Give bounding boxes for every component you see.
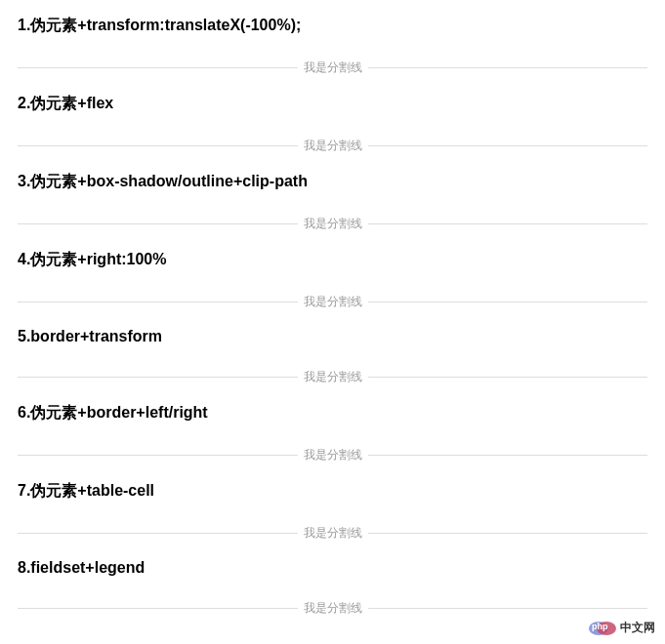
divider-2: 我是分割线 — [18, 138, 647, 154]
section-1: 1.伪元素+transform:translateX(-100%); 我是分割线 — [18, 16, 647, 76]
divider-7: 我是分割线 — [18, 525, 647, 542]
watermark: php 中文网 — [589, 620, 655, 636]
heading-1: 1.伪元素+transform:translateX(-100%); — [18, 16, 647, 36]
divider-label: 我是分割线 — [298, 216, 368, 232]
section-3: 3.伪元素+box-shadow/outline+clip-path 我是分割线 — [18, 172, 647, 232]
watermark-text: 中文网 — [620, 620, 655, 636]
divider-label: 我是分割线 — [298, 294, 368, 310]
section-2: 2.伪元素+flex 我是分割线 — [18, 94, 647, 154]
heading-8: 8.fieldset+legend — [18, 559, 647, 577]
section-8: 8.fieldset+legend 我是分割线 — [18, 559, 647, 617]
heading-7: 7.伪元素+table-cell — [18, 481, 647, 502]
section-6: 6.伪元素+border+left/right 我是分割线 — [18, 403, 647, 463]
divider-6: 我是分割线 — [18, 447, 647, 463]
section-7: 7.伪元素+table-cell 我是分割线 — [18, 481, 647, 542]
heading-3: 3.伪元素+box-shadow/outline+clip-path — [18, 172, 647, 192]
php-logo-icon: php — [589, 621, 616, 636]
section-4: 4.伪元素+right:100% 我是分割线 — [18, 250, 647, 310]
divider-5: 我是分割线 — [18, 369, 647, 385]
divider-label: 我是分割线 — [298, 447, 368, 463]
divider-label: 我是分割线 — [298, 600, 368, 617]
divider-label: 我是分割线 — [298, 525, 368, 542]
divider-4: 我是分割线 — [18, 294, 647, 310]
divider-8: 我是分割线 — [18, 600, 647, 617]
divider-label: 我是分割线 — [298, 60, 368, 76]
heading-2: 2.伪元素+flex — [18, 94, 647, 114]
divider-label: 我是分割线 — [298, 138, 368, 154]
section-5: 5.border+transform 我是分割线 — [18, 328, 647, 385]
divider-1: 我是分割线 — [18, 60, 647, 76]
divider-label: 我是分割线 — [298, 369, 368, 385]
divider-3: 我是分割线 — [18, 216, 647, 232]
logo-text: php — [592, 622, 608, 631]
heading-5: 5.border+transform — [18, 328, 647, 345]
heading-4: 4.伪元素+right:100% — [18, 250, 647, 270]
heading-6: 6.伪元素+border+left/right — [18, 403, 647, 423]
